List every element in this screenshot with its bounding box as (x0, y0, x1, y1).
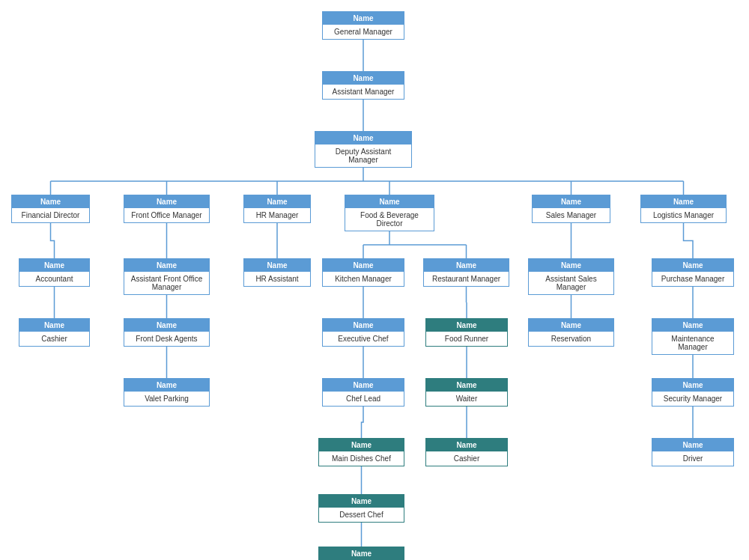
node-role: Accountant (19, 272, 89, 286)
node-role: Chef Lead (323, 392, 404, 406)
node-header: Name (533, 195, 610, 208)
node-role: Cashier (19, 332, 89, 346)
node-cashier-financial[interactable]: Name Cashier (19, 318, 90, 347)
node-maintenance-manager[interactable]: Name Maintenance Manager (652, 318, 734, 355)
node-header: Name (124, 195, 209, 208)
node-reservation[interactable]: Name Reservation (528, 318, 614, 347)
node-header: Name (641, 195, 726, 208)
node-role: Sales Manager (533, 208, 610, 222)
node-header: Name (124, 379, 209, 392)
node-sales-manager[interactable]: Name Sales Manager (532, 195, 610, 223)
node-header: Name (652, 439, 733, 451)
node-header: Name (652, 379, 733, 392)
node-role: Security Manager (652, 392, 733, 406)
node-header: Name (319, 495, 404, 508)
node-role: Assistant Manager (323, 85, 404, 99)
node-role: Kitchen Manager (323, 272, 404, 286)
node-general-manager[interactable]: Name General Manager (322, 11, 404, 40)
node-role: Purchase Manager (652, 272, 733, 286)
node-header: Name (124, 259, 209, 272)
node-food-beverage-director[interactable]: Name Food & Beverage Director (345, 195, 434, 231)
node-role: Driver (652, 451, 733, 466)
node-executive-chef[interactable]: Name Executive Chef (322, 318, 404, 347)
node-header: Name (323, 12, 404, 25)
node-header: Name (319, 547, 404, 560)
node-header: Name (323, 72, 404, 85)
node-waiter[interactable]: Name Waiter (425, 378, 508, 407)
node-role: Assistant Front Office Manager (124, 272, 209, 294)
node-header: Name (323, 379, 404, 392)
node-restaurant-manager[interactable]: Name Restaurant Manager (423, 258, 509, 287)
node-side-dishes-chef[interactable]: Name Side Dishes Chef (318, 547, 404, 560)
node-role: Maintenance Manager (652, 332, 733, 354)
node-role: Valet Parking (124, 392, 209, 406)
node-kitchen-manager[interactable]: Name Kitchen Manager (322, 258, 404, 287)
node-driver[interactable]: Name Driver (652, 438, 734, 466)
node-role: Main Dishes Chef (319, 451, 404, 466)
node-role: HR Manager (244, 208, 310, 222)
node-financial-director[interactable]: Name Financial Director (11, 195, 90, 223)
node-chef-lead[interactable]: Name Chef Lead (322, 378, 404, 407)
node-cashier-restaurant[interactable]: Name Cashier (425, 438, 508, 466)
node-role: Food & Beverage Director (345, 208, 434, 231)
node-assistant-sales[interactable]: Name Assistant Sales Manager (528, 258, 614, 295)
node-front-office-manager[interactable]: Name Front Office Manager (124, 195, 210, 223)
node-header: Name (244, 195, 310, 208)
node-role: Dessert Chef (319, 508, 404, 522)
node-header: Name (319, 439, 404, 451)
node-header: Name (529, 319, 613, 332)
node-role: Front Desk Agents (124, 332, 209, 346)
node-header: Name (652, 259, 733, 272)
node-front-desk-agents[interactable]: Name Front Desk Agents (124, 318, 210, 347)
node-purchase-manager[interactable]: Name Purchase Manager (652, 258, 734, 287)
node-role: Assistant Sales Manager (529, 272, 613, 294)
node-role: Waiter (426, 392, 507, 406)
node-header: Name (12, 195, 89, 208)
node-role: Food Runner (426, 332, 507, 346)
node-header: Name (323, 319, 404, 332)
node-main-dishes-chef[interactable]: Name Main Dishes Chef (318, 438, 404, 466)
node-dessert-chef[interactable]: Name Dessert Chef (318, 494, 404, 523)
node-header: Name (244, 259, 310, 272)
node-header: Name (426, 379, 507, 392)
node-role: Reservation (529, 332, 613, 346)
node-header: Name (19, 319, 89, 332)
node-role: Financial Director (12, 208, 89, 222)
node-header: Name (426, 319, 507, 332)
node-accountant[interactable]: Name Accountant (19, 258, 90, 287)
node-security-manager[interactable]: Name Security Manager (652, 378, 734, 407)
node-role: Deputy Assistant Manager (315, 144, 411, 167)
node-header: Name (426, 439, 507, 451)
node-header: Name (124, 319, 209, 332)
node-role: HR Assistant (244, 272, 310, 286)
chart-container: Name General Manager Name Assistant Mana… (0, 0, 749, 560)
node-valet-parking[interactable]: Name Valet Parking (124, 378, 210, 407)
node-header: Name (424, 259, 509, 272)
node-header: Name (529, 259, 613, 272)
node-header: Name (323, 259, 404, 272)
node-deputy-assistant[interactable]: Name Deputy Assistant Manager (315, 131, 412, 168)
node-role: Executive Chef (323, 332, 404, 346)
node-hr-manager[interactable]: Name HR Manager (243, 195, 311, 223)
node-food-runner[interactable]: Name Food Runner (425, 318, 508, 347)
node-role: Restaurant Manager (424, 272, 509, 286)
node-assistant-manager[interactable]: Name Assistant Manager (322, 71, 404, 100)
node-hr-assistant[interactable]: Name HR Assistant (243, 258, 311, 287)
node-assistant-front-office[interactable]: Name Assistant Front Office Manager (124, 258, 210, 295)
node-logistics-manager[interactable]: Name Logistics Manager (640, 195, 727, 223)
node-header: Name (19, 259, 89, 272)
node-header: Name (345, 195, 434, 208)
node-role: General Manager (323, 25, 404, 39)
node-header: Name (652, 319, 733, 332)
node-role: Logistics Manager (641, 208, 726, 222)
node-header: Name (315, 132, 411, 144)
node-role: Front Office Manager (124, 208, 209, 222)
node-role: Cashier (426, 451, 507, 466)
